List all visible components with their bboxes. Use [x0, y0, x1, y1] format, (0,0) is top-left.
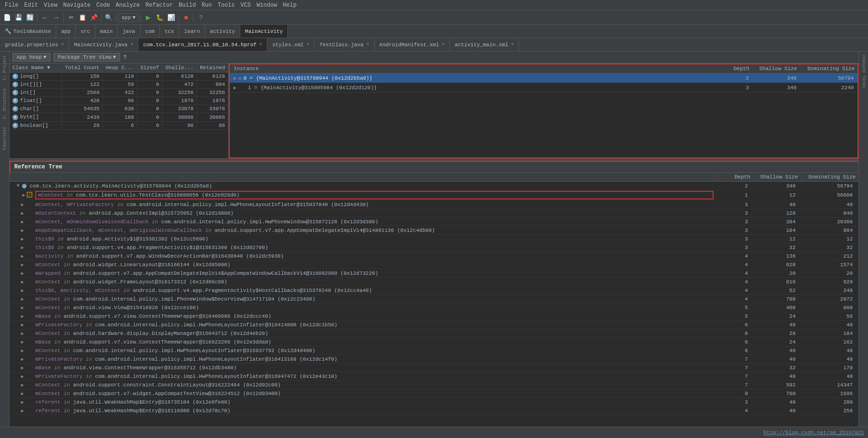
ref-row-17[interactable]: ▶ mContext in android.hardware.display.D…: [10, 329, 858, 338]
close-testclass[interactable]: ×: [367, 42, 369, 47]
menu-help[interactable]: Help: [280, 2, 299, 9]
ref-row-24[interactable]: ▶ mContext in android.support.v7.widget.…: [10, 389, 858, 398]
expand-17[interactable]: ▶: [21, 331, 27, 336]
new-btn[interactable]: 📄: [2, 12, 12, 23]
path-tab-toolsbaseuse[interactable]: 🔧ToolsBaseUse: [0, 25, 56, 38]
expand-3[interactable]: ▶: [21, 210, 27, 216]
stop-btn[interactable]: ■: [181, 12, 191, 23]
paste-btn[interactable]: 📌: [89, 12, 99, 23]
menu-window[interactable]: Window: [254, 2, 280, 9]
path-tab-tcx[interactable]: tcx: [160, 25, 179, 38]
table-row[interactable]: cchar[] 54635 636 0 33078 33078: [10, 105, 228, 113]
close-styles[interactable]: ×: [306, 42, 309, 47]
status-link[interactable]: http://blog.csdn.net/qq_25197021: [764, 430, 864, 436]
menu-file[interactable]: File: [2, 2, 21, 9]
instance-row-0[interactable]: ▶ ⚠ 0 = {MainActivity@315798944 (0x12d2b…: [230, 73, 858, 83]
expand-12[interactable]: ▶: [21, 288, 27, 293]
menu-tools[interactable]: Tools: [215, 2, 238, 9]
ref-row-22[interactable]: ▶ mPrivateFactory in com.android.interna…: [10, 372, 858, 381]
menu-analyze[interactable]: Analyze: [113, 2, 143, 9]
ref-row-20[interactable]: ▶ mPrivateFactory in com.android.interna…: [10, 355, 858, 364]
expand-root[interactable]: ▼: [15, 183, 21, 189]
menu-view[interactable]: View: [41, 2, 61, 9]
ref-row-13[interactable]: ▶ mContext in com.android.internal.polic…: [10, 295, 858, 303]
expand-11[interactable]: ▶: [21, 279, 27, 285]
expand-18[interactable]: ▶: [21, 339, 27, 345]
expand-14[interactable]: ▶: [21, 305, 27, 311]
help-btn[interactable]: ?: [195, 12, 206, 23]
find-btn[interactable]: 🔍: [103, 12, 114, 23]
ref-row-25[interactable]: ▶ referent in java.util.WeakHashMap$Entr…: [10, 398, 858, 407]
sidebar-structure-label[interactable]: 2: Structure: [1, 87, 8, 121]
run-btn[interactable]: ▶: [143, 12, 153, 23]
ref-row-9[interactable]: ▶ mContext in android.widget.LinearLayou…: [10, 261, 858, 269]
sync-btn[interactable]: 🔄: [25, 12, 35, 23]
ref-row-11[interactable]: ▶ mContext in android.widget.FrameLayout…: [10, 278, 858, 286]
sidebar-favorites-label[interactable]: Favorites: [1, 125, 8, 152]
close-manifest[interactable]: ×: [442, 42, 445, 47]
expand-15[interactable]: ▶: [21, 313, 27, 319]
menu-edit[interactable]: Edit: [21, 2, 41, 9]
file-tab-hprof[interactable]: com.tcx.learn_2017.11.09_16.54.hprof×: [138, 38, 267, 52]
expand-9[interactable]: ▶: [21, 262, 27, 268]
analyze-tasks-label[interactable]: Analyze Tasks: [860, 53, 867, 90]
ref-row-1[interactable]: ▶ f mContext in com.tcx.learn.utils.Test…: [10, 190, 858, 200]
debug-btn[interactable]: 🐛: [154, 12, 165, 23]
ref-row-4[interactable]: ▶ mContext, mOnWindowDismissedCallback i…: [10, 218, 858, 226]
ref-row-16[interactable]: ▶ mPrivateFactory in com.android.interna…: [10, 321, 858, 329]
ref-row-3[interactable]: ▶ mOuterContext in android.app.ContextIm…: [10, 209, 858, 218]
ref-row-14[interactable]: ▶ mContext in android.view.View@31541692…: [10, 303, 858, 312]
expand-21[interactable]: ▶: [21, 365, 27, 371]
close-activity-main[interactable]: ×: [511, 42, 514, 47]
profile-btn[interactable]: 📊: [166, 12, 176, 23]
ref-row-15[interactable]: ▶ mBase in android.support.v7.view.Conte…: [10, 312, 858, 321]
ref-row-5[interactable]: ▶ mAppCompatCallback, mContext, mOrigina…: [10, 226, 858, 235]
file-tab-testclass[interactable]: TestClass.java×: [315, 38, 374, 52]
expand-2[interactable]: ▶: [21, 202, 27, 208]
cut-btn[interactable]: ✂: [66, 12, 76, 23]
file-tab-activity-main[interactable]: activity_main.xml×: [450, 38, 519, 52]
table-row[interactable]: cboolean[] 29 6 0 96 96: [10, 121, 228, 129]
expand-26[interactable]: ▶: [21, 408, 27, 414]
table-row[interactable]: cfloat[] 420 96 0 1876 1876: [10, 97, 228, 105]
path-tab-app[interactable]: app: [56, 25, 76, 38]
menu-run[interactable]: Run: [199, 2, 215, 9]
path-tab-mainactivity[interactable]: MainActivity: [240, 25, 288, 38]
ref-row-6[interactable]: ▶ this$0 in android.app.Activity$1@31538…: [10, 235, 858, 243]
sidebar-project-label[interactable]: 1: Project: [1, 53, 8, 82]
menu-vcs[interactable]: VCS: [238, 2, 254, 9]
ref-row-18[interactable]: ▶ mBase in android.support.v7.view.Conte…: [10, 338, 858, 346]
app-heap-dropdown[interactable]: App heap ▼: [12, 53, 51, 62]
path-tab-java[interactable]: java: [118, 25, 140, 38]
path-tab-src[interactable]: src: [76, 25, 95, 38]
table-row[interactable]: clong[] 150 119 0 6128 6128: [10, 73, 228, 81]
forward-btn[interactable]: →: [51, 12, 61, 23]
ref-row-23[interactable]: ▶ mContext in android.support.constraint…: [10, 381, 858, 389]
expand-8[interactable]: ▶: [21, 253, 27, 259]
ref-row-19[interactable]: ▶ mContext in com.android.internal.polic…: [10, 346, 858, 355]
copy-btn[interactable]: 📋: [77, 12, 88, 23]
expand-4[interactable]: ▶: [21, 219, 27, 225]
path-tab-com[interactable]: com: [141, 25, 160, 38]
close-gradle[interactable]: ×: [61, 42, 64, 47]
ref-row-10[interactable]: ▶ mWrapped in android.support.v7.app.App…: [10, 269, 858, 278]
path-tab-activity[interactable]: activity: [205, 25, 240, 38]
table-row[interactable]: cint[][] 122 59 0 472 804: [10, 81, 228, 89]
expand-25[interactable]: ▶: [21, 399, 27, 405]
expand-20[interactable]: ▶: [21, 356, 27, 362]
menu-build[interactable]: Build: [176, 2, 199, 9]
save-btn[interactable]: 💾: [13, 12, 24, 23]
expand-6[interactable]: ▶: [21, 236, 27, 242]
expand-1[interactable]: ▶: [21, 192, 27, 198]
close-mainactivity-java[interactable]: ×: [130, 42, 133, 47]
expand-19[interactable]: ▶: [21, 348, 27, 354]
menu-code[interactable]: Code: [93, 2, 113, 9]
ref-row-2[interactable]: ▶ mContext, mPrivateFactory in com.andro…: [10, 200, 858, 209]
file-tab-manifest[interactable]: AndroidManifest.xml×: [375, 38, 450, 52]
ref-row-21[interactable]: ▶ mBase in android.view.ContextThemeWrap…: [10, 364, 858, 372]
instance-row-1[interactable]: ▶ 1 = {MainActivity@315805984 (0x12d2d12…: [230, 83, 858, 93]
expand-24[interactable]: ▶: [21, 391, 27, 396]
back-btn[interactable]: ←: [40, 12, 50, 23]
expand-5[interactable]: ▶: [21, 228, 27, 233]
ref-row-root[interactable]: ▼ c com.tcx.learn.activity.MainActivity@…: [10, 182, 858, 190]
